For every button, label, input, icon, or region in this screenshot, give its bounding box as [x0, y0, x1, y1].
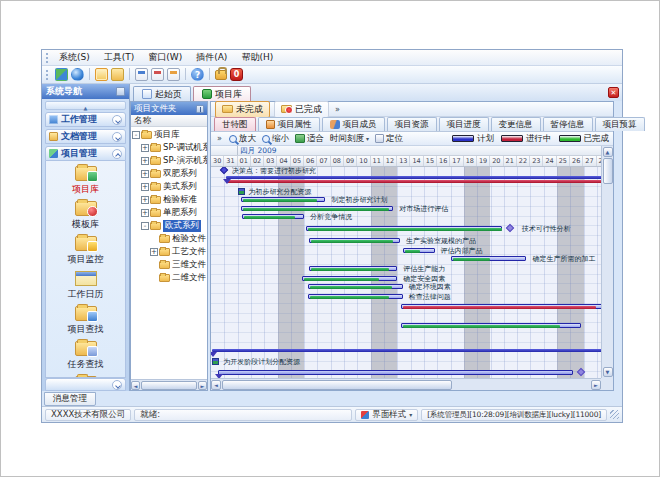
- lock-icon[interactable]: [215, 70, 227, 80]
- scroll-thumb[interactable]: [141, 381, 197, 390]
- task-bar[interactable]: [218, 370, 573, 375]
- tree-item[interactable]: 检验文件: [131, 232, 207, 245]
- task-bar[interactable]: [308, 294, 403, 299]
- sidebar-item[interactable]: 项目库: [46, 164, 125, 199]
- task-bar[interactable]: [241, 197, 326, 202]
- tree-item[interactable]: +SP-调试机系: [131, 141, 207, 154]
- tree-item[interactable]: -欧式系列: [131, 219, 207, 232]
- detail-tab[interactable]: 项目成员: [322, 117, 385, 131]
- help-icon[interactable]: [191, 68, 204, 81]
- tree-expander[interactable]: +: [141, 209, 149, 217]
- gantt-tool-button[interactable]: 缩小: [262, 133, 289, 145]
- sidebar-scroll-up-button[interactable]: [45, 101, 126, 110]
- task-bar[interactable]: [403, 248, 435, 253]
- tree-expander[interactable]: -: [141, 222, 149, 230]
- folder-open-icon[interactable]: [95, 68, 108, 81]
- tree-item[interactable]: +美式系列: [131, 180, 207, 193]
- sidebar-item[interactable]: 工作日历: [46, 269, 125, 304]
- detail-tab[interactable]: 变更信息: [491, 117, 541, 131]
- tree-expander[interactable]: -: [132, 131, 140, 139]
- filter-completed-button[interactable]: 已完成: [274, 101, 329, 118]
- tree-expander[interactable]: +: [141, 183, 149, 191]
- sidebar-item[interactable]: 任务查找: [46, 339, 125, 374]
- tree-item[interactable]: +检验标准: [131, 193, 207, 206]
- task-bar[interactable]: [306, 226, 503, 231]
- chevron-down-icon[interactable]: [112, 132, 122, 142]
- menu-item[interactable]: 窗口(W): [141, 50, 189, 65]
- gantt-vertical-scrollbar[interactable]: [601, 146, 613, 378]
- tree-item[interactable]: -项目库: [131, 128, 207, 141]
- globe-icon[interactable]: [71, 68, 84, 81]
- tree-expander[interactable]: +: [141, 170, 149, 178]
- task-bar[interactable]: [309, 238, 400, 243]
- tab-message-management[interactable]: 消息管理: [44, 392, 96, 406]
- task-bar[interactable]: [242, 214, 305, 219]
- scroll-up-button[interactable]: [603, 147, 613, 157]
- toolbar-grip[interactable]: [46, 70, 49, 80]
- task-mini[interactable]: [238, 188, 245, 195]
- sidebar-panel-document-management[interactable]: 文档管理: [45, 129, 126, 144]
- detail-tab[interactable]: 项目预算: [595, 117, 645, 131]
- detail-tab[interactable]: 甘特图: [214, 117, 256, 131]
- milestone-diamond[interactable]: [220, 167, 228, 174]
- tree-expander[interactable]: +: [141, 196, 149, 204]
- scroll-left-button[interactable]: [211, 380, 221, 390]
- gantt-horizontal-scrollbar[interactable]: [211, 378, 601, 390]
- report-red-icon[interactable]: [151, 68, 164, 81]
- tree-item[interactable]: +工艺文件: [131, 245, 207, 258]
- detail-tab[interactable]: 项目资源: [387, 117, 437, 131]
- report-orange-icon[interactable]: [167, 68, 180, 81]
- tree-item[interactable]: 三维文件: [131, 258, 207, 271]
- summary-bar[interactable]: [212, 349, 601, 352]
- gantt-tool-button[interactable]: 定位: [375, 133, 403, 145]
- scroll-left-button[interactable]: [131, 381, 140, 390]
- close-tab-button[interactable]: [608, 87, 619, 98]
- sidebar-item[interactable]: 模板库: [46, 199, 125, 234]
- tree-expander[interactable]: +: [141, 144, 149, 152]
- detail-tab[interactable]: 项目进度: [439, 117, 489, 131]
- scroll-down-button[interactable]: [603, 367, 613, 377]
- chevron-up-icon[interactable]: [112, 149, 122, 159]
- task-bar[interactable]: [401, 323, 581, 328]
- document-tab[interactable]: 项目库: [193, 86, 251, 101]
- gantt-overflow-chevron[interactable]: »: [215, 134, 224, 143]
- scroll-right-button[interactable]: [591, 380, 601, 390]
- summary-bar[interactable]: [226, 176, 601, 179]
- task-bar[interactable]: [451, 256, 527, 261]
- scroll-right-button[interactable]: [198, 381, 207, 390]
- filter-overflow-chevron[interactable]: »: [333, 105, 342, 114]
- tree-column-header[interactable]: 名称: [131, 115, 207, 127]
- sidebar-panel-work-management[interactable]: 工作管理: [45, 112, 126, 127]
- menu-item[interactable]: 帮助(H): [234, 50, 280, 65]
- sync-icon[interactable]: [55, 68, 68, 81]
- ui-style-button[interactable]: 界面样式 ▾: [355, 409, 418, 421]
- chevron-down-icon[interactable]: [112, 115, 122, 125]
- tree-expander[interactable]: +: [141, 157, 149, 165]
- scroll-thumb[interactable]: [603, 158, 613, 184]
- tree-expander[interactable]: +: [150, 248, 158, 256]
- gantt-tool-button[interactable]: 适合: [295, 133, 324, 145]
- tree-item[interactable]: 二维文件: [131, 271, 207, 284]
- sidebar-item[interactable]: 项目监控: [46, 234, 125, 269]
- gantt-tool-button[interactable]: 时间刻度▾: [330, 133, 369, 145]
- task-bar[interactable]: [309, 266, 397, 271]
- menu-item[interactable]: 系统(S): [52, 50, 97, 65]
- detail-tab[interactable]: 项目属性: [258, 117, 320, 131]
- document-tab[interactable]: 起始页: [133, 86, 191, 101]
- menubar-grip[interactable]: [46, 53, 49, 63]
- power-icon[interactable]: [230, 68, 243, 81]
- menu-item[interactable]: 插件(A): [189, 50, 234, 65]
- task-bar[interactable]: [241, 206, 393, 211]
- menu-item[interactable]: 工具(T): [97, 50, 142, 65]
- sidebar-collapse-button[interactable]: [116, 87, 125, 96]
- pin-icon[interactable]: [196, 105, 204, 113]
- gantt-tool-button[interactable]: 放大: [229, 133, 256, 145]
- task-mini[interactable]: [212, 358, 219, 365]
- filter-unfinished-button[interactable]: 未完成: [215, 101, 270, 118]
- tree-item[interactable]: +SP-演示机系: [131, 154, 207, 167]
- tree-item[interactable]: +单肥系列: [131, 206, 207, 219]
- folder-chart-icon[interactable]: [111, 68, 124, 81]
- tree-horizontal-scrollbar[interactable]: [131, 379, 207, 390]
- detail-tab[interactable]: 暂停信息: [543, 117, 593, 131]
- scroll-thumb[interactable]: [222, 380, 452, 390]
